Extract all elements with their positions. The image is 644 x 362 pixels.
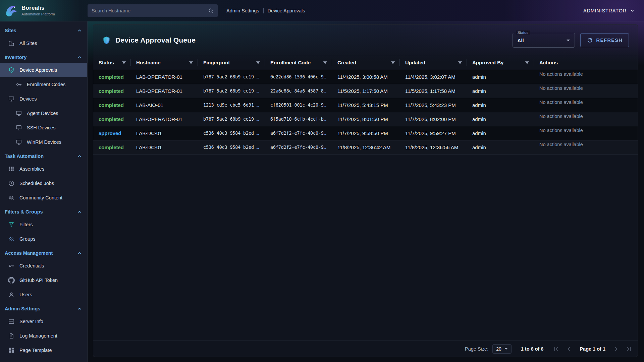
item-label: Device Approvals bbox=[19, 67, 57, 73]
cell-approved-by: admin bbox=[467, 144, 534, 150]
breadcrumb-separator bbox=[263, 8, 264, 13]
page-size-label: Page Size: bbox=[465, 346, 488, 352]
sidebar-section-filters-groups[interactable]: Filters & Groups bbox=[0, 205, 87, 217]
cell-fingerprint: 1213 cd9e cbe5 6d91 … bbox=[198, 103, 265, 108]
user-menu[interactable]: ADMINISTRATOR bbox=[583, 8, 635, 14]
sidebar-item-enrollment-codes[interactable]: Enrollment Codes bbox=[0, 77, 87, 92]
status-filter-value: All bbox=[518, 38, 524, 43]
column-header[interactable]: Enrollment Code bbox=[265, 55, 332, 70]
page-size-select[interactable]: 20 bbox=[492, 344, 512, 354]
filter-list-icon[interactable] bbox=[322, 60, 328, 65]
first-page-button[interactable] bbox=[553, 346, 559, 352]
item-label: Devices bbox=[19, 96, 37, 102]
breadcrumb-device-approvals[interactable]: Device Approvals bbox=[268, 8, 305, 13]
column-header[interactable]: Hostname bbox=[131, 55, 198, 70]
filter-list-icon[interactable] bbox=[188, 60, 194, 65]
sidebar: Sites All Sites Inventory Device Approva… bbox=[0, 21, 88, 362]
cell-fingerprint: b787 5ac2 68b9 ce19 … bbox=[198, 117, 265, 122]
sidebar-item-page-template[interactable]: Page Template bbox=[0, 343, 87, 357]
column-header[interactable]: Approved By bbox=[467, 55, 534, 70]
column-header[interactable]: Actions bbox=[534, 55, 638, 70]
filter-list-icon[interactable] bbox=[524, 60, 530, 65]
cell-hostname: LAB-DC-01 bbox=[131, 144, 198, 150]
table-row: approved LAB-DC-01 c536 40c3 9584 b2ed …… bbox=[93, 126, 638, 140]
sidebar-item-log-management[interactable]: Log Management bbox=[0, 328, 87, 343]
github-icon bbox=[8, 277, 15, 284]
cell-actions: No actions available bbox=[534, 140, 638, 147]
item-label: Enrollment Codes bbox=[27, 82, 65, 87]
brand-name: Borealis bbox=[21, 5, 55, 11]
filter-list-icon[interactable] bbox=[255, 60, 261, 65]
cell-created: 11/7/2025, 5:43:15 PM bbox=[332, 102, 400, 108]
sidebar-item-filters[interactable]: Filters bbox=[0, 217, 87, 232]
sidebar-item-scheduled-jobs[interactable]: Scheduled Jobs bbox=[0, 176, 87, 190]
filter-list-icon[interactable] bbox=[390, 60, 396, 65]
cell-fingerprint: b787 5ac2 68b9 ce19 … bbox=[198, 88, 265, 94]
sidebar-item-github-api-token[interactable]: GitHub API Token bbox=[0, 273, 87, 287]
sidebar-section-inventory[interactable]: Inventory bbox=[0, 50, 87, 63]
cell-updated: 11/7/2025, 8:02:00 PM bbox=[400, 116, 467, 122]
column-header[interactable]: Fingerprint bbox=[198, 55, 265, 70]
page-indicator: Page 1 of 1 bbox=[580, 346, 605, 352]
refresh-label: REFRESH bbox=[596, 38, 623, 43]
table-empty-space bbox=[93, 155, 638, 341]
sidebar-section-task-automation[interactable]: Task Automation bbox=[0, 149, 87, 162]
sidebar-item-groups[interactable]: Groups bbox=[0, 232, 87, 246]
cell-actions: No actions available bbox=[534, 84, 638, 91]
sidebar-item-devices[interactable]: Devices bbox=[0, 92, 87, 106]
prev-page-button[interactable] bbox=[566, 346, 572, 352]
table-row: completed LAB-AIO-01 1213 cd9e cbe5 6d91… bbox=[93, 98, 638, 112]
cell-enrollment-code: 22a6e88c-84a6-4587-8… bbox=[265, 88, 332, 94]
sidebar-section-admin-settings[interactable]: Admin Settings bbox=[0, 302, 87, 314]
sidebar-item-winrm-devices[interactable]: WinRM Devices bbox=[0, 135, 87, 149]
sidebar-item-server-info[interactable]: Server Info bbox=[0, 314, 87, 328]
monitor-icon bbox=[8, 96, 15, 102]
last-page-button[interactable] bbox=[626, 346, 632, 352]
sidebar-item-community-content[interactable]: Community Content bbox=[0, 190, 87, 205]
section-label: Admin Settings bbox=[5, 306, 40, 311]
sidebar-section-access-management[interactable]: Access Management bbox=[0, 246, 87, 258]
filter-list-icon[interactable] bbox=[457, 60, 463, 65]
device-approval-panel: Device Approval Queue Status All REFRESH bbox=[93, 24, 638, 357]
status-filter-select[interactable]: Status All bbox=[513, 33, 575, 48]
table-header-row: Status Hostname bbox=[93, 55, 638, 70]
sidebar-item-all-sites[interactable]: All Sites bbox=[0, 36, 87, 50]
user-menu-label: ADMINISTRATOR bbox=[583, 8, 627, 13]
column-header[interactable]: Status bbox=[93, 55, 131, 70]
sidebar-item-users[interactable]: Users bbox=[0, 287, 87, 302]
cell-updated: 11/8/2025, 12:36:56 AM bbox=[400, 144, 467, 150]
column-header[interactable]: Updated bbox=[400, 55, 467, 70]
cell-approved-by: admin bbox=[467, 74, 534, 80]
search-input[interactable] bbox=[88, 4, 218, 17]
cell-updated: 11/5/2025, 1:17:58 AM bbox=[400, 88, 467, 94]
column-label: Fingerprint bbox=[203, 60, 230, 65]
filter-list-icon[interactable] bbox=[121, 60, 127, 65]
approval-table: Status Hostname bbox=[93, 55, 638, 357]
page-title: Device Approval Queue bbox=[115, 36, 196, 44]
brand: Borealis Automation Platform bbox=[0, 3, 86, 18]
sidebar-section-sites[interactable]: Sites bbox=[0, 23, 87, 36]
monitor-icon bbox=[15, 124, 22, 131]
cell-hostname: LAB-OPERATOR-01 bbox=[131, 88, 198, 94]
sidebar-item-credentials[interactable]: Credentials bbox=[0, 258, 87, 273]
chevron-up-icon bbox=[76, 250, 83, 256]
cell-hostname: LAB-AIO-01 bbox=[131, 102, 198, 108]
section-label: Access Management bbox=[5, 250, 53, 256]
pagination-bar: Page Size: 20 1 to 6 of 6 Page 1 of 1 bbox=[93, 341, 638, 357]
item-label: Server Info bbox=[19, 319, 43, 324]
breadcrumb-admin-settings[interactable]: Admin Settings bbox=[226, 8, 259, 13]
cell-updated: 11/7/2025, 5:43:23 PM bbox=[400, 102, 467, 108]
item-label: Community Content bbox=[19, 195, 62, 200]
refresh-button[interactable]: REFRESH bbox=[580, 33, 629, 47]
column-label: Enrollment Code bbox=[270, 60, 311, 65]
pagination-range: 1 to 6 of 6 bbox=[521, 346, 544, 352]
page-size-value: 20 bbox=[496, 346, 501, 352]
item-label: Scheduled Jobs bbox=[19, 181, 54, 186]
search-box bbox=[88, 4, 218, 17]
next-page-button[interactable] bbox=[613, 346, 620, 352]
sidebar-item-ssh-devices[interactable]: SSH Devices bbox=[0, 120, 87, 135]
column-header[interactable]: Created bbox=[332, 55, 400, 70]
sidebar-item-agent-devices[interactable]: Agent Devices bbox=[0, 106, 87, 120]
sidebar-item-assemblies[interactable]: Assemblies bbox=[0, 162, 87, 176]
sidebar-item-device-approvals[interactable]: Device Approvals bbox=[0, 63, 87, 77]
